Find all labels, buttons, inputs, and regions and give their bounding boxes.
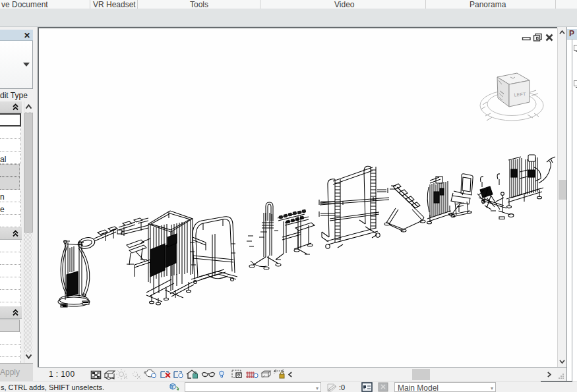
svg-text:LEFT: LEFT xyxy=(514,92,526,97)
